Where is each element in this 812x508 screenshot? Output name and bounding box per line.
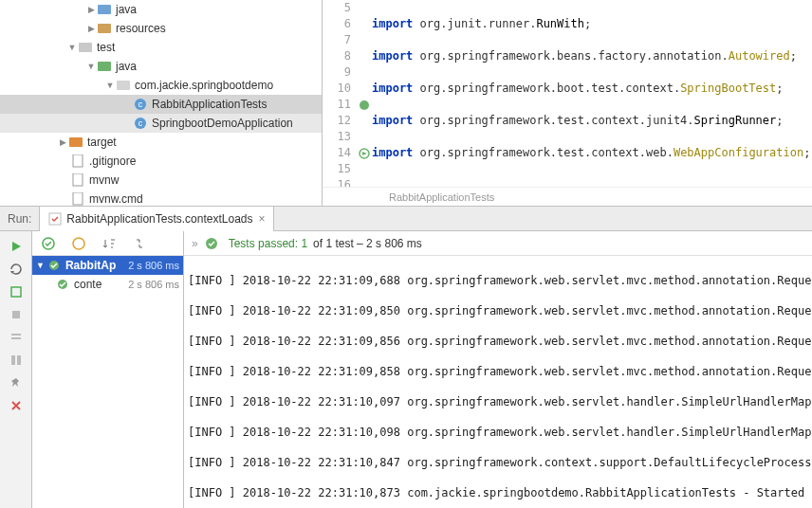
rerun-failed-button[interactable] <box>4 258 28 281</box>
tree-label: RabbitApplicationTests <box>152 98 267 111</box>
code-area[interactable]: import org.junit.runner.RunWith; import … <box>372 0 812 187</box>
breadcrumb[interactable]: RabbitApplicationTests <box>323 187 812 206</box>
dump-threads-button[interactable] <box>4 326 28 349</box>
tree-label: mvnw <box>89 173 119 187</box>
tree-label: SpringbootDemoApplication <box>152 117 293 130</box>
tree-file-mvnwcmd[interactable]: mvnw.cmd <box>0 190 322 206</box>
svg-rect-11 <box>73 173 83 186</box>
run-tab-label: RabbitApplicationTests.contextLoads <box>66 212 252 226</box>
show-passed-button[interactable] <box>36 232 61 255</box>
svg-rect-18 <box>11 334 21 336</box>
tree-folder-resources[interactable]: ▶resources <box>0 19 322 38</box>
svg-point-23 <box>73 238 84 249</box>
close-panel-button[interactable] <box>4 394 28 417</box>
tree-package[interactable]: ▼com.jackie.springbootdemo <box>0 76 322 95</box>
tree-file-gitignore[interactable]: .gitignore <box>0 152 322 171</box>
run-panel-header: Run: RabbitApplicationTests.contextLoads… <box>0 207 812 231</box>
line-numbers: 567891011121314151617 <box>323 0 357 187</box>
console-status-bar: » Tests passed: 1 of 1 test – 2 s 806 ms <box>184 231 812 256</box>
tree-label: mvnw.cmd <box>89 192 143 206</box>
svg-text:c: c <box>138 100 143 109</box>
code-editor[interactable]: 567891011121314151617 import org.junit.r… <box>323 0 812 206</box>
stop-button[interactable] <box>4 303 28 326</box>
sort-button[interactable] <box>97 232 121 255</box>
test-name: conte <box>74 278 102 291</box>
gutter-marks <box>357 0 372 187</box>
run-label: Run: <box>0 212 39 226</box>
layout-button[interactable] <box>4 349 28 372</box>
svg-rect-17 <box>12 311 20 318</box>
tree-folder-test[interactable]: ▼test <box>0 38 322 57</box>
svg-rect-1 <box>98 24 111 33</box>
test-pass-icon <box>55 277 70 292</box>
test-tree-panel: ▼ RabbitAp 2 s 806 ms conte 2 s 806 ms <box>32 231 184 508</box>
toggle-auto-test-button[interactable] <box>4 281 28 303</box>
run-gutter-icon[interactable] <box>357 145 372 161</box>
tree-label: target <box>87 136 117 149</box>
expand-button[interactable] <box>127 232 152 255</box>
svg-rect-20 <box>11 355 15 365</box>
tree-label: resources <box>116 22 166 35</box>
tree-label: test <box>97 41 115 54</box>
test-pass-icon <box>46 258 62 273</box>
run-tab[interactable]: RabbitApplicationTests.contextLoads × <box>39 207 273 231</box>
tree-label: java <box>116 60 137 73</box>
svg-rect-2 <box>79 43 92 52</box>
svg-rect-3 <box>98 62 111 71</box>
tree-folder-target[interactable]: ▶target <box>0 133 322 152</box>
tests-passed-label: Tests passed: 1 <box>229 237 307 250</box>
tree-label: com.jackie.springbootdemo <box>135 79 273 92</box>
svg-rect-21 <box>17 355 21 365</box>
tree-file-mvnw[interactable]: mvnw <box>0 171 322 190</box>
svg-text:c: c <box>138 118 143 128</box>
test-item[interactable]: conte 2 s 806 ms <box>32 275 183 294</box>
console-panel: » Tests passed: 1 of 1 test – 2 s 806 ms… <box>184 231 812 508</box>
test-toolbar <box>32 231 183 256</box>
svg-point-13 <box>360 100 369 110</box>
test-time: 2 s 806 ms <box>128 279 183 290</box>
svg-rect-9 <box>69 137 83 147</box>
tree-label: java <box>116 3 137 16</box>
svg-rect-10 <box>73 154 83 167</box>
tree-file-sbdemo-tests[interactable]: cSpringbootDemoApplication <box>0 114 322 133</box>
run-toolbar <box>0 231 32 508</box>
test-root[interactable]: ▼ RabbitAp 2 s 806 ms <box>32 256 183 275</box>
svg-rect-0 <box>98 5 111 14</box>
project-tree[interactable]: ▶java ▶resources ▼test ▼java ▼com.jackie… <box>0 0 323 206</box>
console-output[interactable]: [INFO ] 2018-10-22 22:31:09,688 org.spri… <box>184 256 812 508</box>
pin-button[interactable] <box>4 372 28 394</box>
tree-folder-java[interactable]: ▶java <box>0 0 322 19</box>
test-name: RabbitAp <box>65 259 116 272</box>
tests-passed-icon <box>204 236 219 251</box>
close-icon[interactable]: × <box>258 212 265 226</box>
show-ignored-button[interactable] <box>66 232 91 255</box>
svg-rect-4 <box>117 81 130 90</box>
svg-rect-16 <box>11 287 21 297</box>
test-config-icon <box>47 211 63 227</box>
tree-label: .gitignore <box>89 154 136 168</box>
tree-folder-java-test[interactable]: ▼java <box>0 57 322 76</box>
svg-rect-12 <box>73 192 83 205</box>
tree-file-rabbit-tests[interactable]: cRabbitApplicationTests <box>0 95 322 114</box>
run-gutter-icon[interactable] <box>357 97 372 113</box>
rerun-button[interactable] <box>4 235 28 258</box>
test-time: 2 s 806 ms <box>128 260 183 271</box>
tests-total-label: of 1 test – 2 s 806 ms <box>313 237 422 250</box>
svg-rect-19 <box>11 337 21 339</box>
